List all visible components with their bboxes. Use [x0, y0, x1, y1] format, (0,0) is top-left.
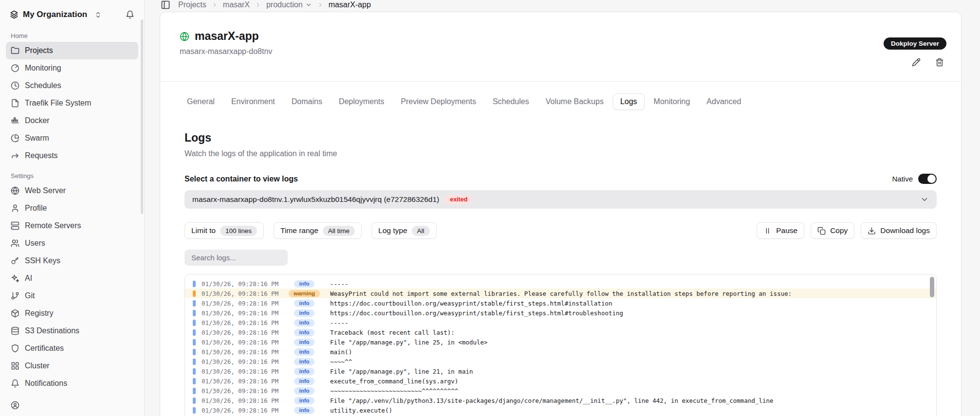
- clock-icon: [11, 81, 19, 90]
- sidebar-item-web-server[interactable]: Web Server: [6, 182, 138, 199]
- org-switcher[interactable]: My Organization: [10, 10, 102, 19]
- container-status-badge: exited: [444, 195, 473, 204]
- log-message: File "/app/.venv/lib/python3.13/site-pac…: [330, 397, 774, 404]
- log-row: 01/30/26, 09:28:16 PM info execute_from_…: [185, 376, 936, 386]
- log-row: 01/30/26, 09:28:16 PM info File "/app/ma…: [185, 337, 936, 347]
- sidebar-item-monitoring[interactable]: Monitoring: [6, 59, 138, 77]
- pause-label: Pause: [776, 226, 797, 235]
- sidebar-item-cluster[interactable]: Cluster: [6, 357, 138, 375]
- sidebar-item-registry[interactable]: Registry: [6, 305, 138, 322]
- server-badge: Dokploy Server: [884, 37, 946, 50]
- sidebar-item-label: Cluster: [25, 362, 50, 370]
- server-icon: [11, 221, 19, 230]
- container-select[interactable]: masarx-masarxapp-do8tnv.1.yrwlux5xkuzb01…: [185, 190, 937, 209]
- sidebar-item-git[interactable]: Git: [6, 287, 138, 305]
- filter-value-badge: All time: [323, 226, 355, 236]
- sidebar-item-certificates[interactable]: Certificates: [6, 340, 138, 357]
- filter-button[interactable]: Log type All: [371, 222, 436, 239]
- breadcrumb: Projects masarX production masarX-app: [178, 0, 371, 9]
- sidebar-item-traefik-file-system[interactable]: Traefik File System: [6, 94, 138, 112]
- sidebar-toggle-button[interactable]: [161, 0, 170, 10]
- chevrons-up-down-icon: [94, 11, 102, 18]
- delete-button[interactable]: [935, 58, 944, 67]
- tab[interactable]: Preview Deployments: [393, 93, 483, 110]
- gauge-icon: [11, 64, 19, 72]
- sidebar: My Organization Home Projects Monitoring…: [0, 0, 145, 416]
- log-timestamp: 01/30/26, 09:28:16 PM: [202, 378, 285, 385]
- tab[interactable]: Volume Backups: [538, 93, 611, 110]
- application-card: masarX-app masarx-masarxapp-do8tnv Dokpl…: [160, 12, 962, 416]
- log-message: File "/app/manage.py", line 25, in <modu…: [330, 339, 488, 346]
- sidebar-item-label: Remote Servers: [25, 221, 81, 230]
- tab[interactable]: Advanced: [699, 93, 748, 110]
- toggle-knob: [927, 175, 936, 183]
- sidebar-item-schedules[interactable]: Schedules: [6, 77, 138, 94]
- edit-button[interactable]: [912, 58, 921, 67]
- sidebar-item-ai[interactable]: AI: [6, 270, 138, 287]
- notifications-bell-button[interactable]: [126, 10, 134, 19]
- tab[interactable]: General: [180, 93, 222, 110]
- sidebar-item-requests[interactable]: Requests: [6, 147, 138, 164]
- tab[interactable]: Environment: [224, 93, 282, 110]
- filter-button[interactable]: Limit to 100 lines: [185, 222, 264, 239]
- database-icon: [11, 326, 19, 335]
- log-viewer: 01/30/26, 09:28:16 PM info ----- 01/30/2…: [185, 274, 937, 416]
- log-row: 01/30/26, 09:28:16 PM info File "/app/ma…: [185, 366, 936, 376]
- folder-icon: [11, 46, 19, 55]
- native-toggle[interactable]: [918, 174, 937, 184]
- breadcrumb-projects[interactable]: Projects: [178, 0, 206, 9]
- log-level-bar: [193, 281, 196, 287]
- sidebar-item-users[interactable]: Users: [6, 235, 138, 252]
- filter-button[interactable]: Time range All time: [274, 222, 362, 239]
- pause-button[interactable]: Pause: [757, 222, 804, 239]
- sidebar-item-label: S3 Destinations: [25, 326, 79, 335]
- tab[interactable]: Logs: [613, 93, 645, 110]
- log-row: 01/30/26, 09:28:16 PM warning WeasyPrint…: [185, 289, 936, 298]
- log-message: utility.execute(): [330, 407, 392, 414]
- tab[interactable]: Domains: [284, 93, 330, 110]
- download-icon: [868, 227, 876, 235]
- log-timestamp: 01/30/26, 09:28:16 PM: [202, 309, 285, 317]
- log-level-badge: info: [294, 319, 314, 326]
- tab[interactable]: Deployments: [332, 93, 391, 110]
- sidebar-item-profile[interactable]: Profile: [6, 199, 138, 217]
- log-message: WeasyPrint could not import some externa…: [330, 290, 792, 297]
- grid-icon: [11, 362, 19, 370]
- sidebar-item-remote-servers[interactable]: Remote Servers: [6, 217, 138, 235]
- sidebar-item-s3-destinations[interactable]: S3 Destinations: [6, 322, 138, 340]
- log-level-bar: [193, 398, 196, 404]
- app-subtitle: masarx-masarxapp-do8tnv: [180, 47, 272, 56]
- download-logs-button[interactable]: Download logs: [861, 222, 937, 239]
- breadcrumb-current-page: masarX-app: [329, 0, 371, 9]
- globe-icon: [11, 186, 19, 195]
- bell-icon: [11, 379, 19, 388]
- log-scrollbar[interactable]: [930, 277, 934, 297]
- breadcrumb-project[interactable]: masarX: [223, 0, 250, 9]
- sidebar-item-notifications[interactable]: Notifications: [6, 375, 138, 392]
- container-select-label: Select a container to view logs: [185, 175, 298, 183]
- sidebar-item-ssh-keys[interactable]: SSH Keys: [6, 252, 138, 270]
- log-level-bar: [193, 320, 196, 326]
- sidebar-item-label: Monitoring: [25, 64, 61, 72]
- sidebar-item-swarm[interactable]: Swarm: [6, 129, 138, 147]
- log-message: ~~~~~~~~~~~~~~~~~~~~~~~~~^^^^^^^^^^: [330, 387, 458, 395]
- sidebar-item-docker[interactable]: Docker: [6, 112, 138, 129]
- sidebar-footer[interactable]: [6, 401, 138, 410]
- sidebar-section-home: Home: [6, 32, 138, 39]
- log-level-badge: info: [294, 309, 314, 317]
- search-logs-input[interactable]: [185, 250, 288, 266]
- shield-icon: [11, 344, 19, 353]
- sidebar-scrollbar[interactable]: [141, 19, 143, 214]
- sidebar-item-projects[interactable]: Projects: [6, 42, 138, 59]
- log-level-badge: info: [294, 378, 314, 385]
- log-row: 01/30/26, 09:28:16 PM info https://doc.c…: [185, 298, 936, 308]
- breadcrumb-environment-dropdown[interactable]: production: [266, 0, 312, 9]
- copy-button[interactable]: Copy: [811, 222, 854, 239]
- package-icon: [11, 309, 19, 318]
- log-row: 01/30/26, 09:28:16 PM info ~~~~^^: [185, 357, 936, 366]
- sidebar-item-label: Swarm: [25, 134, 49, 143]
- chevron-right-icon: [211, 1, 218, 8]
- tab[interactable]: Monitoring: [647, 93, 698, 110]
- tab[interactable]: Schedules: [485, 93, 536, 110]
- native-label: Native: [892, 175, 913, 183]
